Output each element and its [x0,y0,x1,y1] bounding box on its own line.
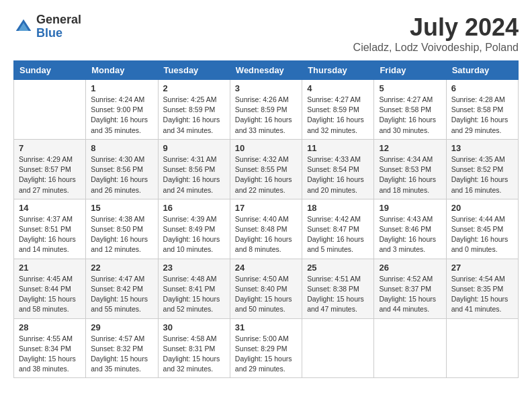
week-row-1: 1Sunrise: 4:24 AMSunset: 9:00 PMDaylight… [14,80,519,140]
calendar-cell: 29Sunrise: 4:57 AMSunset: 8:32 PMDayligh… [86,318,158,378]
calendar-cell: 19Sunrise: 4:43 AMSunset: 8:46 PMDayligh… [374,199,446,259]
day-info: Sunrise: 4:30 AMSunset: 8:56 PMDaylight:… [91,154,152,195]
calendar-cell: 30Sunrise: 4:58 AMSunset: 8:31 PMDayligh… [158,318,230,378]
day-number: 25 [307,263,369,273]
day-number: 1 [91,83,152,93]
day-number: 13 [451,143,513,153]
location-title: Cieladz, Lodz Voivodeship, Poland [353,42,519,54]
day-number: 9 [163,143,225,153]
day-info: Sunrise: 4:51 AMSunset: 8:38 PMDaylight:… [307,274,369,315]
calendar-cell: 6Sunrise: 4:28 AMSunset: 8:58 PMDaylight… [446,80,518,140]
day-info: Sunrise: 4:44 AMSunset: 8:45 PMDaylight:… [451,214,513,255]
day-number: 8 [91,143,152,153]
calendar-cell: 28Sunrise: 4:55 AMSunset: 8:34 PMDayligh… [14,318,86,378]
day-info: Sunrise: 4:31 AMSunset: 8:56 PMDaylight:… [163,154,225,195]
day-number: 3 [235,83,297,93]
calendar-body: 1Sunrise: 4:24 AMSunset: 9:00 PMDaylight… [14,80,519,378]
day-number: 28 [19,322,81,332]
title-area: July 2024 Cieladz, Lodz Voivodeship, Pol… [353,13,519,54]
day-info: Sunrise: 4:58 AMSunset: 8:31 PMDaylight:… [163,334,225,375]
weekday-header-friday: Friday [374,61,446,80]
day-info: Sunrise: 4:35 AMSunset: 8:52 PMDaylight:… [451,154,513,195]
day-number: 2 [163,83,225,93]
day-info: Sunrise: 4:54 AMSunset: 8:35 PMDaylight:… [451,274,513,315]
week-row-2: 7Sunrise: 4:29 AMSunset: 8:57 PMDaylight… [14,139,519,199]
day-number: 27 [451,263,513,273]
header: General Blue July 2024 Cieladz, Lodz Voi… [13,13,519,54]
day-number: 26 [379,263,441,273]
day-info: Sunrise: 4:26 AMSunset: 8:59 PMDaylight:… [235,95,297,136]
logo-general: General [36,13,81,27]
calendar-cell: 4Sunrise: 4:27 AMSunset: 8:59 PMDaylight… [302,80,374,140]
day-number: 15 [91,203,152,213]
day-info: Sunrise: 4:47 AMSunset: 8:42 PMDaylight:… [91,274,152,315]
calendar-cell: 22Sunrise: 4:47 AMSunset: 8:42 PMDayligh… [86,259,158,318]
day-number: 7 [19,143,81,153]
day-info: Sunrise: 4:37 AMSunset: 8:51 PMDaylight:… [19,214,81,255]
day-info: Sunrise: 4:25 AMSunset: 8:59 PMDaylight:… [163,95,225,136]
calendar-cell: 10Sunrise: 4:32 AMSunset: 8:55 PMDayligh… [230,139,302,199]
day-number: 17 [235,203,297,213]
weekday-header-sunday: Sunday [14,61,86,80]
day-info: Sunrise: 4:57 AMSunset: 8:32 PMDaylight:… [91,334,152,375]
calendar-cell: 8Sunrise: 4:30 AMSunset: 8:56 PMDaylight… [86,139,158,199]
logo: General Blue [13,13,81,40]
weekday-header-saturday: Saturday [446,61,518,80]
day-info: Sunrise: 4:32 AMSunset: 8:55 PMDaylight:… [235,154,297,195]
calendar-cell: 31Sunrise: 5:00 AMSunset: 8:29 PMDayligh… [230,318,302,378]
day-info: Sunrise: 4:40 AMSunset: 8:48 PMDaylight:… [235,214,297,255]
day-info: Sunrise: 4:29 AMSunset: 8:57 PMDaylight:… [19,154,81,195]
day-number: 11 [307,143,369,153]
calendar-cell: 23Sunrise: 4:48 AMSunset: 8:41 PMDayligh… [158,259,230,318]
day-info: Sunrise: 4:27 AMSunset: 8:59 PMDaylight:… [307,95,369,136]
weekday-header-thursday: Thursday [302,61,374,80]
day-info: Sunrise: 5:00 AMSunset: 8:29 PMDaylight:… [235,334,297,375]
calendar-cell: 3Sunrise: 4:26 AMSunset: 8:59 PMDaylight… [230,80,302,140]
logo-icon [13,17,34,37]
day-info: Sunrise: 4:39 AMSunset: 8:49 PMDaylight:… [163,214,225,255]
calendar-cell: 1Sunrise: 4:24 AMSunset: 9:00 PMDaylight… [86,80,158,140]
calendar-cell: 15Sunrise: 4:38 AMSunset: 8:50 PMDayligh… [86,199,158,259]
calendar-cell: 25Sunrise: 4:51 AMSunset: 8:38 PMDayligh… [302,259,374,318]
logo-blue: Blue [36,27,81,40]
calendar-cell: 27Sunrise: 4:54 AMSunset: 8:35 PMDayligh… [446,259,518,318]
calendar-cell: 24Sunrise: 4:50 AMSunset: 8:40 PMDayligh… [230,259,302,318]
week-row-5: 28Sunrise: 4:55 AMSunset: 8:34 PMDayligh… [14,318,519,378]
day-number: 12 [379,143,441,153]
day-info: Sunrise: 4:24 AMSunset: 9:00 PMDaylight:… [91,95,152,136]
calendar-cell: 13Sunrise: 4:35 AMSunset: 8:52 PMDayligh… [446,139,518,199]
week-row-3: 14Sunrise: 4:37 AMSunset: 8:51 PMDayligh… [14,199,519,259]
calendar-cell: 16Sunrise: 4:39 AMSunset: 8:49 PMDayligh… [158,199,230,259]
day-number: 29 [91,322,152,332]
day-number: 5 [379,83,441,93]
day-number: 20 [451,203,513,213]
weekday-header-tuesday: Tuesday [158,61,230,80]
day-info: Sunrise: 4:45 AMSunset: 8:44 PMDaylight:… [19,274,81,315]
day-number: 4 [307,83,369,93]
calendar-cell: 26Sunrise: 4:52 AMSunset: 8:37 PMDayligh… [374,259,446,318]
calendar-cell: 9Sunrise: 4:31 AMSunset: 8:56 PMDaylight… [158,139,230,199]
calendar-cell: 18Sunrise: 4:42 AMSunset: 8:47 PMDayligh… [302,199,374,259]
day-info: Sunrise: 4:50 AMSunset: 8:40 PMDaylight:… [235,274,297,315]
day-info: Sunrise: 4:52 AMSunset: 8:37 PMDaylight:… [379,274,441,315]
day-number: 14 [19,203,81,213]
calendar-cell [14,80,86,140]
day-info: Sunrise: 4:55 AMSunset: 8:34 PMDaylight:… [19,334,81,375]
day-info: Sunrise: 4:48 AMSunset: 8:41 PMDaylight:… [163,274,225,315]
calendar-cell: 11Sunrise: 4:33 AMSunset: 8:54 PMDayligh… [302,139,374,199]
calendar-cell: 17Sunrise: 4:40 AMSunset: 8:48 PMDayligh… [230,199,302,259]
day-info: Sunrise: 4:28 AMSunset: 8:58 PMDaylight:… [451,95,513,136]
day-number: 31 [235,322,297,332]
day-number: 18 [307,203,369,213]
day-info: Sunrise: 4:38 AMSunset: 8:50 PMDaylight:… [91,214,152,255]
calendar-cell: 7Sunrise: 4:29 AMSunset: 8:57 PMDaylight… [14,139,86,199]
calendar-cell: 5Sunrise: 4:27 AMSunset: 8:58 PMDaylight… [374,80,446,140]
day-number: 19 [379,203,441,213]
calendar-cell: 20Sunrise: 4:44 AMSunset: 8:45 PMDayligh… [446,199,518,259]
weekday-header-monday: Monday [86,61,158,80]
weekday-header-row: SundayMondayTuesdayWednesdayThursdayFrid… [14,61,519,80]
calendar-cell [302,318,374,378]
day-info: Sunrise: 4:42 AMSunset: 8:47 PMDaylight:… [307,214,369,255]
calendar-cell: 2Sunrise: 4:25 AMSunset: 8:59 PMDaylight… [158,80,230,140]
day-number: 6 [451,83,513,93]
